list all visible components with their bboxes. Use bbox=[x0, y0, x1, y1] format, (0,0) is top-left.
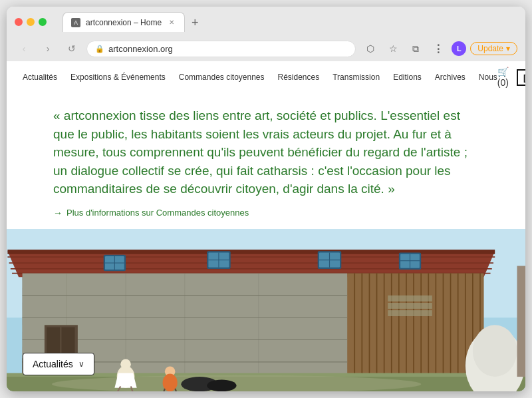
page-content: Actualités Expositions & Événements Comm… bbox=[7, 61, 525, 391]
svg-point-74 bbox=[473, 325, 517, 377]
site-navigation: Actualités Expositions & Événements Comm… bbox=[7, 61, 525, 93]
svg-rect-5 bbox=[7, 250, 495, 254]
nav-items: Actualités Expositions & Événements Comm… bbox=[23, 73, 497, 82]
nav-item-residences[interactable]: Résidences bbox=[278, 73, 320, 82]
profile-button[interactable]: L bbox=[452, 41, 466, 56]
nav-right: 🛒 (0) [artconnexion] fr en bbox=[497, 67, 525, 88]
svg-rect-46 bbox=[388, 303, 432, 309]
browser-tab[interactable]: A artconnexion – Home ✕ bbox=[63, 12, 185, 32]
svg-rect-77 bbox=[517, 266, 525, 377]
tab-favicon: A bbox=[71, 18, 80, 27]
svg-point-76 bbox=[207, 379, 236, 391]
arrow-right-icon: → bbox=[53, 208, 63, 218]
reload-button[interactable]: ↺ bbox=[63, 39, 81, 58]
title-bar: A artconnexion – Home ✕ + bbox=[7, 7, 525, 36]
quote-paragraph: « artconnexion tisse des liens entre art… bbox=[53, 106, 479, 198]
address-bar[interactable]: 🔒 artconnexion.org bbox=[86, 41, 356, 57]
cart-icon[interactable]: 🛒 (0) bbox=[497, 67, 509, 88]
lock-icon: 🔒 bbox=[95, 45, 104, 53]
svg-marker-66 bbox=[114, 373, 136, 387]
nav-item-commandes[interactable]: Commandes citoyennes bbox=[179, 73, 265, 82]
toolbar-right: ⬡ ☆ ⧉ ⋮ L Update ▾ bbox=[361, 39, 517, 58]
cast-icon[interactable]: ⬡ bbox=[361, 39, 380, 58]
tabs-row: A artconnexion – Home ✕ + bbox=[63, 12, 517, 32]
close-button[interactable] bbox=[15, 18, 23, 26]
fullscreen-button[interactable] bbox=[39, 18, 47, 26]
reload-icon: ↺ bbox=[68, 43, 76, 54]
update-button[interactable]: Update ▾ bbox=[470, 42, 517, 55]
back-icon: ‹ bbox=[23, 43, 26, 54]
svg-rect-45 bbox=[388, 296, 432, 301]
more-link-text: Plus d'informations sur Commandes citoye… bbox=[66, 208, 249, 218]
update-chevron-icon: ▾ bbox=[506, 44, 510, 53]
extensions-icon[interactable]: ⧉ bbox=[406, 39, 425, 58]
main-content: « artconnexion tisse des liens entre art… bbox=[7, 93, 525, 229]
actualites-label: Actualités bbox=[33, 359, 73, 369]
building-image-section: Actualités ∨ bbox=[7, 229, 525, 391]
tab-close-button[interactable]: ✕ bbox=[167, 18, 176, 27]
svg-rect-26 bbox=[347, 273, 483, 376]
forward-button[interactable]: › bbox=[39, 39, 57, 58]
update-label: Update bbox=[477, 44, 503, 53]
browser-window: A artconnexion – Home ✕ + ‹ › ↺ 🔒 artcon… bbox=[7, 7, 525, 391]
bookmark-icon[interactable]: ☆ bbox=[384, 39, 402, 58]
more-info-link[interactable]: → Plus d'informations sur Commandes cito… bbox=[53, 208, 479, 218]
site-logo[interactable]: [artconnexion] bbox=[517, 69, 525, 86]
back-button[interactable]: ‹ bbox=[15, 39, 33, 58]
nav-item-expositions[interactable]: Expositions & Événements bbox=[70, 73, 166, 82]
minimize-button[interactable] bbox=[27, 18, 35, 26]
url-text: artconnexion.org bbox=[108, 44, 173, 54]
actualites-badge[interactable]: Actualités ∨ bbox=[23, 353, 94, 375]
chevron-down-icon: ∨ bbox=[78, 359, 84, 369]
nav-item-transmission[interactable]: Transmission bbox=[332, 73, 380, 82]
address-bar-row: ‹ › ↺ 🔒 artconnexion.org ⬡ ☆ ⧉ ⋮ L Updat… bbox=[7, 36, 525, 61]
tab-title: artconnexion – Home bbox=[86, 18, 162, 27]
new-tab-button[interactable]: + bbox=[186, 13, 204, 32]
nav-item-nous[interactable]: Nous bbox=[479, 73, 497, 82]
traffic-lights bbox=[15, 18, 47, 26]
more-icon[interactable]: ⋮ bbox=[429, 39, 448, 58]
nav-item-editions[interactable]: Editions bbox=[393, 73, 422, 82]
nav-item-archives[interactable]: Archives bbox=[435, 73, 466, 82]
forward-icon: › bbox=[47, 43, 50, 54]
svg-rect-47 bbox=[388, 310, 432, 316]
svg-point-65 bbox=[120, 359, 131, 369]
nav-item-actualites[interactable]: Actualités bbox=[23, 73, 57, 82]
cart-count: 0 bbox=[501, 77, 506, 88]
